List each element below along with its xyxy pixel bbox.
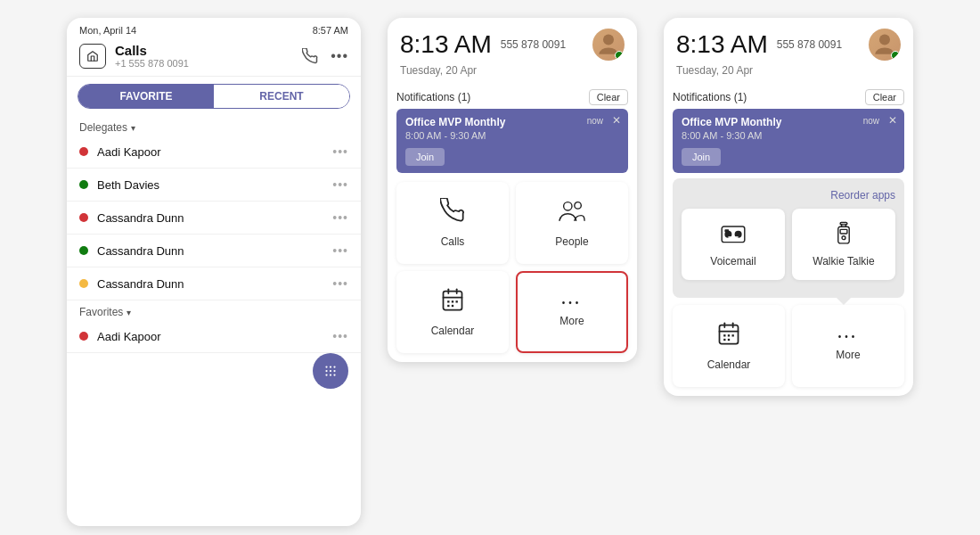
mid-more-label: More bbox=[559, 315, 584, 327]
right-top-bar: 8:13 AM 555 878 0091 bbox=[664, 18, 913, 64]
mid-calendar-label: Calendar bbox=[431, 325, 475, 337]
svg-rect-28 bbox=[840, 229, 847, 234]
svg-point-8 bbox=[333, 374, 335, 375]
mid-app-calls[interactable]: Calls bbox=[396, 182, 509, 264]
contact-name: Cassandra Dunn bbox=[97, 277, 332, 291]
svg-rect-37 bbox=[723, 334, 725, 336]
popup-voicemail[interactable]: Voicemail bbox=[682, 209, 785, 280]
home-icon[interactable] bbox=[79, 44, 106, 69]
contact-more-icon[interactable]: ••• bbox=[332, 210, 348, 225]
contact-row[interactable]: Cassandra Dunn••• bbox=[67, 202, 361, 235]
calendar-icon bbox=[440, 287, 465, 317]
svg-rect-26 bbox=[724, 229, 729, 232]
nav-header-left: Calls +1 555 878 0091 ••• bbox=[67, 39, 361, 77]
svg-rect-16 bbox=[447, 300, 449, 302]
nav-title-group: Calls +1 555 878 0091 bbox=[115, 43, 302, 69]
reorder-apps-btn[interactable]: Reorder apps bbox=[673, 184, 904, 205]
svg-rect-40 bbox=[723, 339, 725, 341]
dialpad-icon bbox=[323, 363, 339, 379]
mid-phone: 8:13 AM 555 878 0091 Tuesday, 20 Apr Not… bbox=[388, 18, 637, 362]
popup-walkie-talkie[interactable]: Walkie Talkie bbox=[792, 209, 895, 280]
right-app-calendar[interactable]: Calendar bbox=[673, 305, 785, 387]
contact-more-icon[interactable]: ••• bbox=[332, 276, 348, 291]
voicemail-icon bbox=[719, 221, 747, 250]
svg-rect-38 bbox=[728, 334, 730, 336]
right-phone: 8:13 AM 555 878 0091 Tuesday, 20 Apr Not… bbox=[664, 18, 913, 396]
right-notif-section: Notifications (1) Clear Office MVP Month… bbox=[673, 89, 904, 173]
nav-title: Calls bbox=[115, 43, 302, 58]
popup-grid: Voicemail Walkie Talkie bbox=[682, 209, 895, 280]
mid-notif-card: Office MVP Monthly now ✕ 8:00 AM - 9:30 … bbox=[396, 109, 628, 173]
right-clear-btn[interactable]: Clear bbox=[865, 89, 904, 105]
contact-name: Beth Davies bbox=[97, 178, 332, 192]
svg-point-21 bbox=[879, 35, 890, 45]
contact-more-icon[interactable]: ••• bbox=[332, 144, 348, 159]
svg-point-1 bbox=[330, 366, 331, 367]
mid-join-btn[interactable]: Join bbox=[405, 148, 445, 166]
mid-time-large: 8:13 AM bbox=[400, 30, 492, 59]
right-notif-header: Notifications (1) Clear bbox=[673, 89, 904, 105]
popup-area: Reorder apps Voicemail bbox=[673, 178, 904, 298]
contacts-list: Aadi Kapoor•••Beth Davies•••Cassandra Du… bbox=[67, 136, 361, 300]
contact-list-container: Delegates ▾ Aadi Kapoor•••Beth Davies•••… bbox=[67, 116, 361, 526]
right-notif-title: Notifications (1) bbox=[673, 91, 747, 103]
mid-clear-btn[interactable]: Clear bbox=[589, 89, 628, 105]
mid-top-bar: 8:13 AM 555 878 0091 bbox=[388, 18, 637, 64]
date-left: Mon, April 14 bbox=[79, 25, 136, 36]
mid-notif-section: Notifications (1) Clear Office MVP Month… bbox=[396, 89, 628, 173]
more-dots-icon[interactable]: ••• bbox=[331, 48, 348, 64]
favorite-more-icon[interactable]: ••• bbox=[332, 329, 348, 343]
delegates-label: Delegates ▾ bbox=[67, 116, 361, 136]
mid-app-people[interactable]: People bbox=[516, 182, 628, 264]
calls-icon bbox=[440, 198, 465, 228]
mid-notif-close-icon[interactable]: ✕ bbox=[612, 114, 621, 127]
mid-phone-number: 555 878 0091 bbox=[501, 38, 584, 51]
favorite-row[interactable]: Aadi Kapoor••• bbox=[67, 320, 361, 353]
right-notif-close-icon[interactable]: ✕ bbox=[888, 114, 897, 127]
svg-rect-17 bbox=[452, 300, 453, 302]
mid-app-more[interactable]: ••• More bbox=[516, 271, 628, 353]
right-avatar bbox=[869, 29, 901, 61]
right-join-btn[interactable]: Join bbox=[682, 148, 721, 166]
online-badge bbox=[615, 51, 624, 60]
mid-date: Tuesday, 20 Apr bbox=[388, 64, 637, 84]
phone-icon[interactable] bbox=[302, 48, 318, 64]
tab-row: FAVORITE RECENT bbox=[78, 84, 350, 109]
mid-app-calendar[interactable]: Calendar bbox=[396, 271, 509, 353]
svg-rect-39 bbox=[732, 334, 734, 336]
right-phone-number: 555 878 0091 bbox=[777, 38, 860, 51]
contact-row[interactable]: Beth Davies••• bbox=[67, 169, 361, 202]
svg-point-6 bbox=[325, 374, 327, 375]
svg-rect-25 bbox=[728, 236, 738, 238]
fab-button[interactable] bbox=[313, 353, 348, 389]
left-phone: Mon, April 14 8:57 AM Calls +1 555 878 0… bbox=[67, 18, 361, 526]
svg-rect-19 bbox=[447, 305, 449, 307]
tab-recent[interactable]: RECENT bbox=[214, 85, 349, 108]
contact-row[interactable]: Cassandra Dunn••• bbox=[67, 268, 361, 300]
status-dot bbox=[79, 147, 88, 156]
right-more-icon: ••• bbox=[838, 332, 859, 342]
right-bottom-grid: Calendar ••• More bbox=[673, 305, 904, 387]
status-dot bbox=[79, 332, 88, 341]
right-time-large: 8:13 AM bbox=[676, 30, 768, 59]
contact-row[interactable]: Cassandra Dunn••• bbox=[67, 235, 361, 268]
contact-more-icon[interactable]: ••• bbox=[332, 243, 348, 258]
contact-row[interactable]: Aadi Kapoor••• bbox=[67, 136, 361, 169]
right-app-more[interactable]: ••• More bbox=[792, 305, 904, 387]
svg-point-7 bbox=[330, 374, 331, 375]
status-dot bbox=[79, 213, 88, 222]
status-dot bbox=[79, 246, 88, 255]
voicemail-label: Voicemail bbox=[710, 255, 755, 268]
tab-favorite[interactable]: FAVORITE bbox=[78, 85, 214, 108]
right-date: Tuesday, 20 Apr bbox=[664, 64, 913, 84]
right-notif-card: Office MVP Monthly now ✕ 8:00 AM - 9:30 … bbox=[673, 109, 904, 173]
walkie-talkie-label: Walkie Talkie bbox=[813, 255, 874, 268]
contact-name: Cassandra Dunn bbox=[97, 211, 332, 225]
svg-point-4 bbox=[330, 370, 331, 372]
contact-more-icon[interactable]: ••• bbox=[332, 177, 348, 192]
svg-rect-33 bbox=[720, 325, 739, 344]
contact-name: Cassandra Dunn bbox=[97, 244, 332, 258]
mid-notif-title: Notifications (1) bbox=[396, 91, 470, 103]
nav-subtitle: +1 555 878 0091 bbox=[115, 58, 302, 69]
svg-rect-12 bbox=[444, 292, 462, 310]
